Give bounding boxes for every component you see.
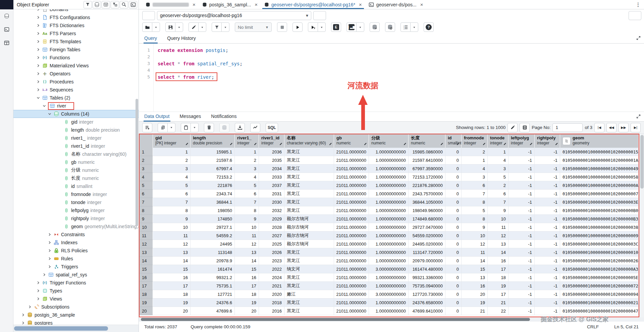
data-cell[interactable]: 15 (462, 265, 488, 273)
data-cell[interactable]: 2 (235, 156, 259, 164)
data-cell[interactable]: 0 (445, 240, 462, 248)
page-prev-button[interactable]: ◀◀ (606, 123, 616, 132)
data-cell[interactable]: 12 (462, 240, 488, 248)
data-cell[interactable]: 2031 (259, 190, 284, 198)
cursor-position-indicator[interactable]: Ln 5, Col 21 (614, 324, 639, 329)
data-cell[interactable]: 6 (488, 190, 508, 198)
new-connection-button[interactable] (313, 11, 326, 20)
data-cell[interactable]: 21011.0000000 (334, 148, 369, 156)
row-number-cell[interactable]: 13 (140, 248, 153, 257)
data-cell[interactable]: 4 (235, 173, 259, 181)
data-cell[interactable]: 嫩江 (284, 290, 334, 298)
expand-data-output-icon[interactable] (636, 114, 641, 120)
data-cell[interactable]: 额尔古纳河 (284, 223, 334, 231)
data-cell[interactable]: 9 (488, 206, 508, 215)
data-cell[interactable]: 0 (445, 282, 462, 290)
data-cell[interactable]: 1.00000000000 (369, 148, 409, 156)
data-cell[interactable]: 2 (462, 148, 488, 156)
data-cell[interactable]: 29727.1 (191, 223, 235, 231)
data-cell[interactable]: 198049.960000 (409, 206, 445, 215)
data-cell[interactable]: -1 (535, 181, 560, 190)
data-cell[interactable]: 2343.74 (191, 190, 235, 198)
data-cell[interactable]: 21011.0000000 (334, 265, 369, 273)
chevron-right-icon[interactable] (36, 47, 41, 52)
data-cell[interactable]: 47699.6410000 (409, 307, 445, 315)
chevron-right-icon[interactable] (36, 55, 41, 60)
data-cell[interactable]: 21011.0000000 (334, 181, 369, 190)
macros-button[interactable]: 123 (400, 22, 411, 32)
data-cell[interactable]: 3.00000000000 (369, 290, 409, 298)
data-cell[interactable]: 6 (153, 190, 191, 198)
data-cell[interactable]: 127721 (191, 290, 235, 298)
server-rail-button[interactable] (0, 9, 13, 23)
data-cell[interactable]: 黑龙江 (284, 248, 334, 257)
table-row[interactable]: 171775735.1172021黑龙江21011.00000001.00000… (140, 282, 639, 290)
data-cell[interactable]: 16 (462, 282, 488, 290)
data-cell[interactable]: 99321.2 (191, 273, 235, 282)
tree-vertical-scrollbar[interactable] (136, 99, 138, 226)
table-row[interactable]: 1313113148132026黑龙江21011.00000001.000000… (140, 248, 639, 257)
data-cell[interactable]: -1 (508, 257, 535, 265)
data-cell[interactable]: 4 (488, 156, 508, 164)
data-cell[interactable]: 21011.0000000 (334, 164, 369, 173)
edit-column-icon[interactable] (503, 142, 507, 146)
tree-item-functions[interactable]: (≡)Functions (13, 54, 139, 62)
chevron-right-icon[interactable] (47, 232, 52, 237)
server-toolbar-button[interactable] (93, 1, 101, 8)
data-cell[interactable]: 0105000000100000000102000000940000000000… (560, 290, 639, 298)
tree-item-river[interactable]: river (13, 102, 139, 110)
data-cell[interactable]: -1 (508, 290, 535, 298)
grid-vertical-scrollbar[interactable] (639, 134, 644, 317)
page-number-input[interactable] (552, 123, 583, 132)
data-cell[interactable]: 5 (153, 181, 191, 190)
dropdown-chevron-button[interactable]: ▾ (175, 22, 183, 32)
data-cell[interactable]: -1 (535, 206, 560, 215)
data-cell[interactable]: 7 (462, 190, 488, 198)
data-cell[interactable]: 2 (488, 181, 508, 190)
data-cell[interactable]: -1 (508, 173, 535, 181)
data-cell[interactable]: 1.00000000000 (369, 181, 409, 190)
data-cell[interactable]: 纳文河 (284, 265, 334, 273)
data-cell[interactable]: -1 (508, 181, 535, 190)
table-row[interactable]: 111154559.2112027额尔古纳河21011.00000001.000… (140, 231, 639, 240)
data-cell[interactable]: 2032 (259, 206, 284, 215)
code-line-2[interactable] (158, 54, 644, 60)
table-row[interactable]: 2221597.622035黑龙江21011.00000001.00000000… (140, 156, 639, 164)
table-toolbar-button[interactable] (102, 1, 110, 8)
data-cell[interactable]: 额尔古纳河 (284, 215, 334, 223)
data-cell[interactable]: 67997.3590000 (409, 164, 445, 173)
data-cell[interactable]: 2034 (259, 164, 284, 173)
dropdown-chevron-button[interactable]: ▾ (356, 22, 364, 32)
data-cell[interactable]: 7 (488, 198, 508, 206)
data-cell[interactable]: 2024 (259, 273, 284, 282)
data-cell[interactable]: 0105000000100000000102000000A30000000000… (560, 265, 639, 273)
column-header-id[interactable]: idsmallint (445, 134, 462, 148)
chevron-right-icon[interactable] (36, 296, 41, 301)
data-cell[interactable]: 4 (153, 173, 191, 181)
edit-column-icon[interactable] (529, 142, 533, 146)
data-cell[interactable]: 5 (462, 206, 488, 215)
data-cell[interactable]: 11 (488, 223, 508, 231)
dropdown-chevron-button[interactable]: ▾ (167, 123, 175, 132)
table-row[interactable]: 4472153.242033黑龙江21011.00000001.00000000… (140, 173, 639, 181)
data-cell[interactable]: 黑龙江 (284, 307, 334, 315)
row-number-cell[interactable]: 8 (140, 206, 153, 215)
tree-item--[interactable]: 长度numeric (13, 174, 139, 182)
data-cell[interactable]: 15 (235, 265, 259, 273)
data-cell[interactable]: 2035 (259, 156, 284, 164)
window-rail-button[interactable] (0, 36, 13, 50)
edit-column-icon[interactable] (555, 142, 558, 146)
data-cell[interactable]: 13 (153, 248, 191, 257)
data-cell[interactable]: 黑龙江 (284, 190, 334, 198)
tree-item-materialized-views[interactable]: Materialized Views (13, 62, 139, 70)
data-cell[interactable]: 01050000001000000001020000005E0000000000… (560, 273, 639, 282)
data-cell[interactable]: 13 (488, 240, 508, 248)
chevron-right-icon[interactable] (36, 87, 41, 92)
data-cell[interactable]: 13 (235, 248, 259, 257)
data-cell[interactable]: 17 (488, 265, 508, 273)
data-cell[interactable]: 01050000001000000001020000003E0000000000… (560, 198, 639, 206)
data-cell[interactable]: 21011.0000000 (334, 257, 369, 265)
edit-column-icon[interactable] (482, 142, 486, 146)
data-cell[interactable]: 22 (488, 307, 508, 315)
data-cell[interactable]: 21 (488, 298, 508, 307)
